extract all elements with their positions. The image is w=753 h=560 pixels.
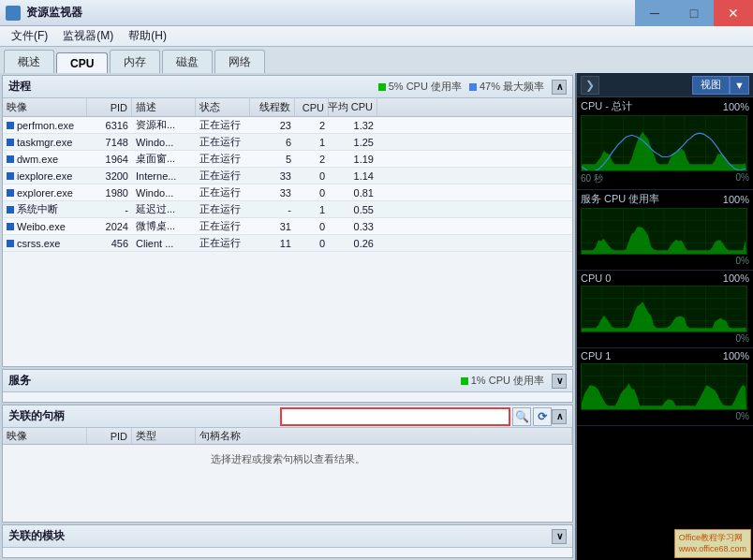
menu-monitor[interactable]: 监视器(M) <box>55 26 121 46</box>
table-row[interactable]: dwm.exe 1964 桌面窗... 正在运行 5 2 1.19 <box>3 151 572 168</box>
blue-dot-icon <box>469 83 477 91</box>
menu-file[interactable]: 文件(F) <box>4 26 55 46</box>
process-table-body: perfmon.exe 6316 资源和... 正在运行 23 2 1.32 t… <box>3 117 572 252</box>
cell-name: iexplore.exe <box>3 168 87 184</box>
chart-title-cpu_total: CPU - 总计 <box>581 99 632 113</box>
service-section-title: 服务 <box>8 373 461 389</box>
cell-threads: 5 <box>250 151 295 167</box>
chart-zero-cpu0: 0% <box>736 333 749 344</box>
col-header-pid[interactable]: PID <box>87 98 132 116</box>
charts-container: CPU - 总计 100% 60 秒 0% 服务 CPU 使用率 100% 0% <box>577 97 753 426</box>
main-area: 进程 5% CPU 使用率 47% 最大频率 ∧ 映像 PID 描述 状态 线程… <box>0 73 753 560</box>
cell-cpu: 1 <box>295 201 329 217</box>
handle-col-pid[interactable]: PID <box>87 428 132 444</box>
cell-desc: 桌面窗... <box>132 151 196 167</box>
title-bar: 资源监视器 ─ □ ✕ <box>0 0 753 26</box>
table-row[interactable]: csrss.exe 456 Client ... 正在运行 11 0 0.26 <box>3 235 572 252</box>
chart-title-row-service_cpu: 服务 CPU 使用率 100% <box>581 192 749 206</box>
handle-collapse-btn[interactable]: ∧ <box>552 409 567 424</box>
cell-desc: Windo... <box>132 134 196 150</box>
table-row[interactable]: 系统中断 - 延迟过... 正在运行 - 1 0.55 <box>3 201 572 218</box>
chart-bottom-cpu_total: 60 秒 0% <box>581 172 749 185</box>
cell-threads: 23 <box>250 117 295 133</box>
handle-search-input[interactable] <box>280 407 510 426</box>
cell-pid: - <box>87 201 132 217</box>
row-icon <box>7 155 14 163</box>
chart-pct-service_cpu: 100% <box>723 194 749 205</box>
view-dropdown-button[interactable]: ▼ <box>730 76 749 95</box>
chart-pct-cpu_total: 100% <box>723 101 749 112</box>
handle-col-handlename[interactable]: 句柄名称 <box>196 428 572 444</box>
table-row[interactable]: Weibo.exe 2024 微博桌... 正在运行 31 0 0.33 <box>3 218 572 235</box>
module-section-header[interactable]: 关联的模块 ∨ <box>3 525 572 548</box>
process-cpu-info: 5% CPU 使用率 <box>378 80 462 94</box>
module-section: 关联的模块 ∨ <box>2 524 573 558</box>
col-header-state[interactable]: 状态 <box>196 98 250 116</box>
chart-block-cpu0: CPU 0 100% 0% <box>577 271 753 348</box>
cell-name: dwm.exe <box>3 151 87 167</box>
maximize-button[interactable]: □ <box>674 0 714 26</box>
tab-cpu[interactable]: CPU <box>56 52 108 73</box>
cell-state: 正在运行 <box>196 235 250 251</box>
cell-name: csrss.exe <box>3 235 87 251</box>
cell-threads: - <box>250 201 295 217</box>
menu-bar: 文件(F) 监视器(M) 帮助(H) <box>0 26 753 47</box>
table-row[interactable]: taskmgr.exe 7148 Windo... 正在运行 6 1 1.25 <box>3 134 572 151</box>
tab-bar: 概述 CPU 内存 磁盘 网络 <box>0 47 753 73</box>
menu-help[interactable]: 帮助(H) <box>121 26 174 46</box>
handle-search-button[interactable]: 🔍 <box>512 407 531 426</box>
cell-cpu: 1 <box>295 134 329 150</box>
handle-col-type[interactable]: 类型 <box>132 428 196 444</box>
col-header-threads[interactable]: 线程数 <box>250 98 295 116</box>
col-header-desc[interactable]: 描述 <box>132 98 196 116</box>
module-section-title: 关联的模块 <box>8 528 552 544</box>
process-freq-info: 47% 最大频率 <box>469 80 544 94</box>
tab-overview[interactable]: 概述 <box>4 50 54 73</box>
cell-pid: 6316 <box>87 117 132 133</box>
close-button[interactable]: ✕ <box>714 0 753 26</box>
process-collapse-btn[interactable]: ∧ <box>552 80 567 95</box>
col-header-avgcpu[interactable]: 平均 CPU <box>329 98 377 116</box>
service-section-header[interactable]: 服务 1% CPU 使用率 ∨ <box>3 370 572 392</box>
left-panel: 进程 5% CPU 使用率 47% 最大频率 ∧ 映像 PID 描述 状态 线程… <box>0 73 575 560</box>
handle-search-container: 🔍 ⟳ <box>280 407 552 426</box>
tab-memory[interactable]: 内存 <box>110 50 160 73</box>
cell-avgcpu: 0.26 <box>329 235 377 251</box>
table-row[interactable]: perfmon.exe 6316 资源和... 正在运行 23 2 1.32 <box>3 117 572 134</box>
chart-block-cpu_total: CPU - 总计 100% 60 秒 0% <box>577 97 753 190</box>
service-collapse-btn[interactable]: ∨ <box>552 374 567 389</box>
handle-refresh-button[interactable]: ⟳ <box>533 407 552 426</box>
green-dot-icon <box>378 83 386 91</box>
view-button[interactable]: 视图 <box>692 76 730 95</box>
row-icon <box>7 223 14 230</box>
cell-pid: 3200 <box>87 168 132 184</box>
handle-col-name[interactable]: 映像 <box>3 428 87 444</box>
app-title: 资源监视器 <box>26 5 82 21</box>
table-row[interactable]: iexplore.exe 3200 Interne... 正在运行 33 0 1… <box>3 168 572 184</box>
col-header-cpu[interactable]: CPU <box>295 98 329 116</box>
tab-network[interactable]: 网络 <box>214 50 265 73</box>
cell-state: 正在运行 <box>196 117 250 133</box>
chart-time-cpu_total: 60 秒 <box>581 172 603 185</box>
col-header-name[interactable]: 映像 <box>3 98 87 116</box>
table-row[interactable]: explorer.exe 1980 Windo... 正在运行 33 0 0.8… <box>3 184 572 201</box>
cell-desc: 资源和... <box>132 117 196 133</box>
handle-section-title: 关联的句柄 <box>8 408 280 424</box>
right-chevron-button[interactable]: ❯ <box>581 76 599 95</box>
cell-avgcpu: 1.32 <box>329 117 377 133</box>
cell-threads: 33 <box>250 184 295 200</box>
chart-zero-cpu1: 0% <box>736 411 749 421</box>
chart-canvas-cpu_total <box>581 115 747 171</box>
tab-disk[interactable]: 磁盘 <box>162 50 213 73</box>
minimize-button[interactable]: ─ <box>635 0 674 26</box>
chart-title-service_cpu: 服务 CPU 使用率 <box>581 192 659 206</box>
handle-table-header: 映像 PID 类型 句柄名称 <box>3 428 572 445</box>
cell-cpu: 0 <box>295 184 329 200</box>
process-section-header[interactable]: 进程 5% CPU 使用率 47% 最大频率 ∧ <box>3 76 572 98</box>
module-collapse-btn[interactable]: ∨ <box>552 529 567 544</box>
green-dot-service-icon <box>461 377 468 385</box>
cell-desc: 微博桌... <box>132 218 196 234</box>
chart-pct-cpu1: 100% <box>723 350 749 361</box>
cell-pid: 1964 <box>87 151 132 167</box>
handle-section-header[interactable]: 关联的句柄 🔍 ⟳ ∧ <box>3 405 572 428</box>
